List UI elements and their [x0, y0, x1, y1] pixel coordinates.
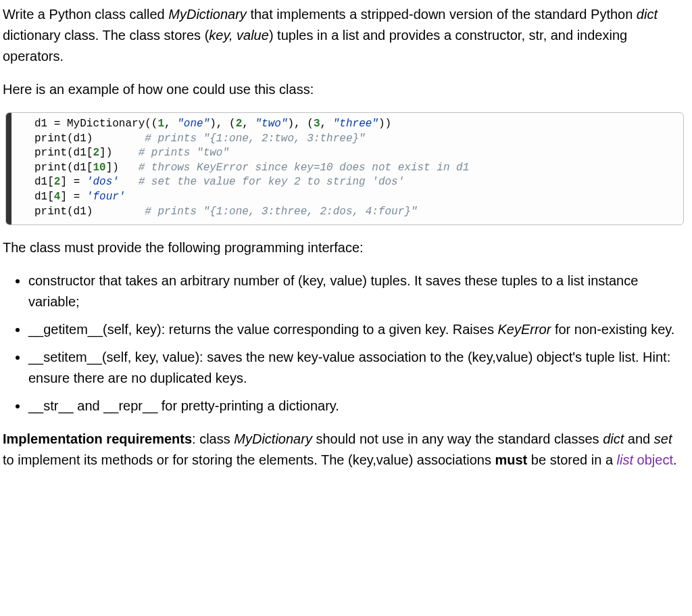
impl-set: set	[654, 431, 672, 446]
keyerror-word: KeyError	[497, 322, 551, 337]
impl-object: object	[637, 452, 673, 467]
intro-paragraph: Write a Python class called MyDictionary…	[3, 4, 687, 67]
impl-and: and	[624, 431, 653, 446]
impl-requirements: Implementation requirements: class MyDic…	[3, 429, 687, 471]
intro-mid1: that implements a stripped-down version …	[247, 7, 637, 22]
impl-d: be stored in a	[527, 452, 616, 467]
dict-word: dict	[637, 7, 658, 22]
code-example: d1 = MyDictionary((1, "one"), (2, "two")…	[34, 117, 676, 219]
keyvalue-word: key, value	[209, 28, 269, 43]
req-setitem: __setitem__(self, key, value): saves the…	[28, 347, 687, 389]
example-lead: Here is an example of how one could use …	[3, 79, 687, 100]
impl-list: list	[617, 452, 633, 467]
req-str-repr: __str__ and __repr__ for pretty-printing…	[28, 396, 687, 417]
requirements-list: constructor that takes an arbitrary numb…	[3, 270, 687, 417]
intro-mid2: dictionary class. The class stores (	[3, 28, 209, 43]
class-name: MyDictionary	[168, 7, 247, 22]
req-getitem-text-a: __getitem__(self, key): returns the valu…	[28, 322, 497, 337]
req-str-repr-text: __str__ and __repr__ for pretty-printing…	[28, 398, 339, 413]
impl-b: should not use in any way the standard c…	[312, 431, 603, 446]
impl-c: to implement its methods or for storing …	[3, 452, 495, 467]
req-getitem-text-b: for non-existing key.	[551, 322, 674, 337]
impl-must: must	[495, 452, 527, 467]
impl-dict: dict	[603, 431, 624, 446]
intro-pre: Write a Python class called	[3, 7, 168, 22]
interface-lead: The class must provide the following pro…	[3, 237, 687, 258]
req-getitem: __getitem__(self, key): returns the valu…	[28, 319, 687, 340]
impl-e: .	[673, 452, 677, 467]
impl-classname: MyDictionary	[234, 431, 312, 446]
req-constructor-text: constructor that takes an arbitrary numb…	[28, 273, 638, 309]
req-constructor: constructor that takes an arbitrary numb…	[28, 270, 687, 312]
impl-a: : class	[192, 431, 234, 446]
impl-lead: Implementation requirements	[3, 431, 192, 446]
req-setitem-text: __setitem__(self, key, value): saves the…	[28, 350, 670, 385]
code-example-box: d1 = MyDictionary((1, "one"), (2, "two")…	[5, 112, 684, 225]
